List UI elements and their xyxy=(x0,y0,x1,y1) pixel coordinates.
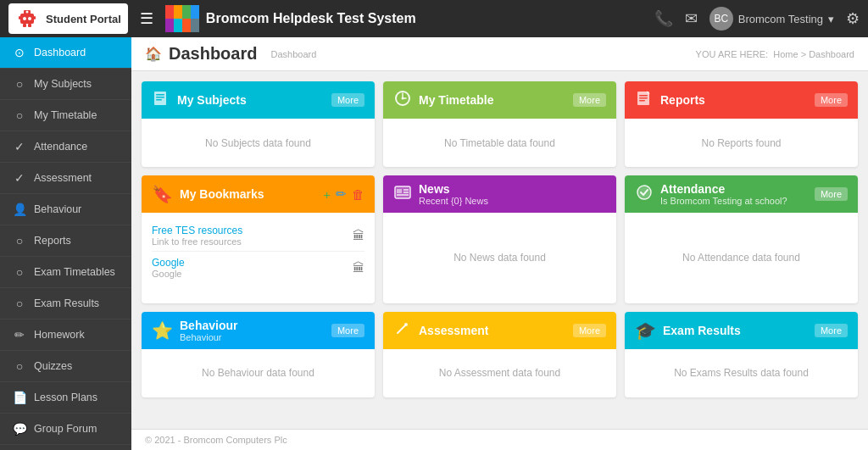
behaviour-empty: No Behaviour data found xyxy=(202,367,314,379)
sidebar-item-label: Exam Results xyxy=(34,297,99,309)
svg-rect-9 xyxy=(165,5,174,19)
bookmark-link-2[interactable]: Google xyxy=(152,257,185,269)
sidebar-item-lesson-plans[interactable]: 📄 Lesson Plans xyxy=(0,382,131,414)
svg-point-3 xyxy=(28,17,31,20)
attendance-more-button[interactable]: More xyxy=(815,187,848,201)
sidebar-item-group-forum[interactable]: 💬 Group Forum xyxy=(0,414,131,445)
widget-reports-header: Reports More xyxy=(625,81,858,119)
system-name: Bromcom Helpdesk Test System xyxy=(206,11,416,26)
content-area: 🏠 Dashboard Dashboard YOU ARE HERE: Home… xyxy=(131,37,868,450)
sidebar-item-reports[interactable]: ○ Reports xyxy=(0,225,131,257)
attendance-widget-title: Attendance xyxy=(660,182,815,196)
dashboard-grid: My Subjects More No Subjects data found … xyxy=(131,71,868,429)
hamburger-button[interactable]: ☰ xyxy=(136,6,157,31)
user-name: Bromcom Testing xyxy=(738,13,823,25)
attendance-widget-subtitle: Is Bromcom Testing at school? xyxy=(660,196,815,206)
news-widget-title: News xyxy=(419,182,606,196)
behaviour-widget-title: Behaviour xyxy=(180,319,331,332)
sidebar-item-label: Group Forum xyxy=(34,423,97,435)
assessment-widget-title: Assessment xyxy=(419,324,573,337)
bookmarks-body: Free TES resources Link to free resource… xyxy=(142,213,375,303)
bookmark-sub-2: Google xyxy=(152,269,185,279)
user-dropdown-icon: ▾ xyxy=(828,13,834,25)
page-title: Dashboard xyxy=(169,44,257,64)
assessment-more-button[interactable]: More xyxy=(573,324,606,337)
my-subjects-widget-icon xyxy=(152,89,170,112)
attendance-widget-icon xyxy=(635,183,654,206)
sidebar-item-quizzes[interactable]: ○ Quizzes xyxy=(0,351,131,382)
widget-my-timetable: My Timetable More No Timetable data foun… xyxy=(383,81,616,167)
widget-news-header: News Recent {0} News xyxy=(383,175,616,213)
sidebar-item-dashboard[interactable]: ⊙ Dashboard xyxy=(0,37,131,69)
user-area[interactable]: BC Bromcom Testing ▾ xyxy=(709,7,834,31)
svg-rect-14 xyxy=(174,19,182,32)
bookmark-edit-button[interactable]: ✏ xyxy=(336,186,347,202)
bookmarks-actions: + ✏ 🗑 xyxy=(323,186,364,202)
widget-my-subjects-header: My Subjects More xyxy=(142,81,375,119)
phone-icon[interactable]: 📞 xyxy=(654,9,673,28)
my-timetable-more-button[interactable]: More xyxy=(573,93,606,107)
sidebar-item-homework[interactable]: ✏ Homework xyxy=(0,319,131,351)
bookmark-delete-button[interactable]: 🗑 xyxy=(352,186,364,202)
my-subjects-body: No Subjects data found xyxy=(142,119,375,167)
exam-results-body: No Exams Results data found xyxy=(625,349,858,397)
bookmark-building-icon-1: 🏛 xyxy=(353,229,364,242)
sidebar-item-exam-timetables[interactable]: ○ Exam Timetables xyxy=(0,257,131,288)
sidebar-item-exam-results[interactable]: ○ Exam Results xyxy=(0,288,131,319)
my-timetable-icon: ○ xyxy=(12,108,27,122)
svg-rect-20 xyxy=(156,99,162,101)
logo-area: Student Portal xyxy=(8,3,128,34)
dashboard-icon: ⊙ xyxy=(12,46,27,59)
homework-icon: ✏ xyxy=(12,328,27,342)
reports-widget-title: Reports xyxy=(660,93,815,107)
svg-rect-15 xyxy=(182,19,191,32)
svg-rect-0 xyxy=(20,14,34,24)
svg-rect-27 xyxy=(639,97,648,99)
sidebar-item-my-subjects[interactable]: ○ My Subjects xyxy=(0,69,131,100)
exam-results-widget-icon: 🎓 xyxy=(635,320,656,341)
svg-rect-16 xyxy=(191,19,199,32)
svg-point-2 xyxy=(23,17,26,20)
gear-icon[interactable]: ⚙ xyxy=(846,9,860,28)
widget-reports: Reports More No Reports found xyxy=(625,81,858,167)
bookmark-sub-1: Link to free resources xyxy=(152,236,242,247)
breadcrumb-subtitle: Dashboard xyxy=(270,49,316,59)
sidebar-item-my-timetable[interactable]: ○ My Timetable xyxy=(0,100,131,131)
bookmark-entry-1: Free TES resources Link to free resource… xyxy=(152,219,364,252)
behaviour-widget-subtitle: Behaviour xyxy=(180,332,331,342)
exam-results-icon: ○ xyxy=(12,297,27,310)
reports-more-button[interactable]: More xyxy=(815,93,848,107)
avatar: BC xyxy=(709,7,733,31)
widget-my-subjects: My Subjects More No Subjects data found xyxy=(142,81,375,167)
widget-attendance-header: Attendance Is Bromcom Testing at school?… xyxy=(625,175,858,213)
sidebar-item-assessment[interactable]: ✓ Assessment xyxy=(0,163,131,194)
sidebar-item-label: Reports xyxy=(34,235,71,247)
bookmark-add-button[interactable]: + xyxy=(323,186,331,202)
my-subjects-more-button[interactable]: More xyxy=(331,93,364,107)
header-brand: Bromcom Helpdesk Test System xyxy=(165,5,646,32)
exam-results-widget-title: Exam Results xyxy=(663,324,815,337)
breadcrumb-links: Home > Dashboard xyxy=(773,49,854,59)
svg-rect-10 xyxy=(174,5,182,19)
lesson-plans-icon: 📄 xyxy=(12,391,27,404)
sidebar-item-label: Lesson Plans xyxy=(34,392,97,403)
bromcom-logo-icon xyxy=(165,5,199,32)
sidebar-item-label: Dashboard xyxy=(34,47,86,58)
footer-text: © 2021 - Bromcom Computers Plc xyxy=(145,435,287,445)
mail-icon[interactable]: ✉ xyxy=(685,9,698,28)
my-timetable-widget-icon xyxy=(393,89,412,112)
behaviour-widget-icon: ⭐ xyxy=(152,320,173,341)
behaviour-more-button[interactable]: More xyxy=(331,324,364,337)
sidebar-item-label: Exam Timetables xyxy=(34,266,115,278)
header-right: 📞 ✉ BC Bromcom Testing ▾ ⚙ xyxy=(654,7,860,31)
my-subjects-empty: No Subjects data found xyxy=(205,137,311,149)
my-timetable-widget-title: My Timetable xyxy=(419,93,573,107)
my-timetable-empty: No Timetable data found xyxy=(444,137,555,149)
bookmark-link-1[interactable]: Free TES resources xyxy=(152,225,242,236)
breadcrumb-home-icon: 🏠 xyxy=(145,46,162,62)
exam-results-more-button[interactable]: More xyxy=(815,324,848,337)
svg-rect-4 xyxy=(19,16,20,19)
sidebar-item-behaviour[interactable]: 👤 Behaviour xyxy=(0,194,131,225)
sidebar-item-attendance[interactable]: ✓ Attendance xyxy=(0,131,131,163)
svg-line-36 xyxy=(398,325,405,333)
